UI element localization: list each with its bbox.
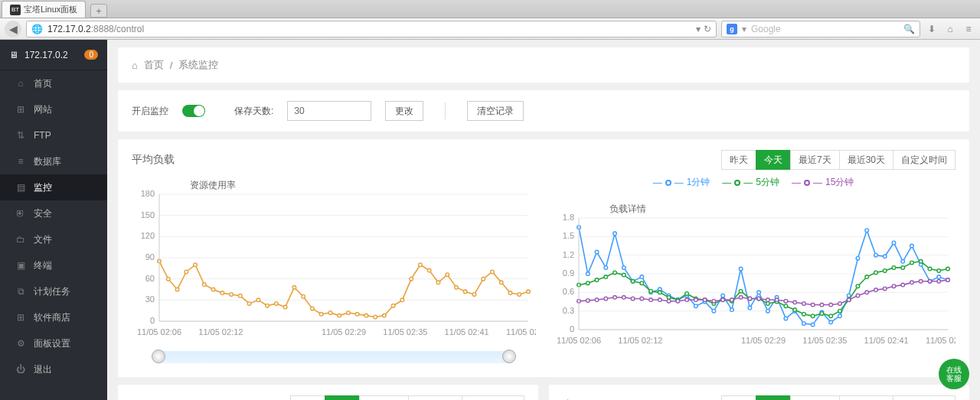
breadcrumb-current: 系统监控 xyxy=(178,58,218,72)
breadcrumb-home[interactable]: 首页 xyxy=(144,58,164,72)
svg-point-104 xyxy=(739,267,743,271)
sidebar-item-label: 数据库 xyxy=(34,155,61,168)
svg-point-27 xyxy=(211,288,215,291)
sidebar-item-安全[interactable]: ⛨安全 xyxy=(0,200,107,226)
sidebar-item-退出[interactable]: ⏻退出 xyxy=(0,356,107,382)
clear-records-button[interactable]: 清空记录 xyxy=(467,101,524,121)
svg-point-38 xyxy=(311,307,315,311)
svg-point-53 xyxy=(446,273,449,277)
svg-point-49 xyxy=(410,277,413,281)
svg-point-183 xyxy=(694,298,698,302)
change-button[interactable]: 更改 xyxy=(385,101,423,121)
svg-point-60 xyxy=(508,291,512,295)
range-btn-最近7天[interactable]: 最近7天 xyxy=(790,395,840,400)
new-tab-button[interactable]: ＋ xyxy=(90,4,107,18)
timeline-slider[interactable] xyxy=(153,351,514,363)
svg-point-90 xyxy=(613,232,617,236)
range-btn-自定义时间[interactable]: 自定义时间 xyxy=(462,395,524,400)
svg-point-203 xyxy=(874,288,878,292)
sidebar-item-icon: ⊞ xyxy=(15,104,26,115)
time-range-selector: 昨天今天最近7天最近30天自定义时间 xyxy=(291,395,524,400)
range-btn-最近30天[interactable]: 最近30天 xyxy=(408,395,462,400)
range-btn-最近7天[interactable]: 最近7天 xyxy=(790,150,840,170)
sidebar-item-label: 文件 xyxy=(34,233,52,246)
back-button[interactable]: ◀ xyxy=(5,21,21,37)
svg-point-180 xyxy=(667,299,671,303)
sidebar-item-面板设置[interactable]: ⚙面板设置 xyxy=(0,330,107,356)
breadcrumb: ⌂ 首页 / 系统监控 xyxy=(118,47,969,83)
sidebar-item-label: FTP xyxy=(34,130,51,141)
svg-point-208 xyxy=(919,279,923,283)
range-btn-最近30天[interactable]: 最近30天 xyxy=(839,395,893,400)
sidebar-item-FTP[interactable]: ⇅FTP xyxy=(0,122,107,148)
svg-point-34 xyxy=(275,302,279,306)
svg-text:60: 60 xyxy=(145,274,155,283)
svg-text:11/05 02:35: 11/05 02:35 xyxy=(802,336,847,345)
range-btn-今天[interactable]: 今天 xyxy=(325,395,360,400)
time-range-selector: 昨天今天最近7天最近30天自定义时间 xyxy=(722,150,956,170)
reload-icon[interactable]: ↻ xyxy=(704,24,711,34)
menu-icon[interactable]: ≡ xyxy=(962,24,975,34)
svg-point-88 xyxy=(595,250,599,254)
svg-text:150: 150 xyxy=(141,210,155,220)
svg-text:11/05 02:29: 11/05 02:29 xyxy=(322,327,366,337)
range-btn-最近30天[interactable]: 最近30天 xyxy=(839,150,893,170)
browser-search-input[interactable]: g ▾ Google 🔍 xyxy=(721,21,920,37)
retain-days-input[interactable] xyxy=(287,101,371,121)
range-btn-昨天[interactable]: 昨天 xyxy=(721,395,756,400)
svg-text:11/05 02:06: 11/05 02:06 xyxy=(557,336,601,345)
slider-handle-right[interactable] xyxy=(502,350,516,363)
google-icon: g xyxy=(727,24,737,34)
svg-point-41 xyxy=(338,314,341,317)
legend-item-5分钟[interactable]: —— 5分钟 xyxy=(722,176,779,189)
browser-toolbar-buttons: ⬇ ⌂ ≡ xyxy=(925,24,975,34)
svg-point-207 xyxy=(910,281,914,285)
sidebar-item-软件商店[interactable]: ⊞软件商店 xyxy=(0,304,107,330)
sidebar: 🖥 172.17.0.2 0 ⌂首页⊞网站⇅FTP≡数据库▤监控⛨安全🗀文件▣终… xyxy=(0,40,107,400)
svg-point-102 xyxy=(721,294,725,298)
range-btn-今天[interactable]: 今天 xyxy=(756,150,791,170)
sidebar-item-计划任务[interactable]: ⧉计划任务 xyxy=(0,278,107,304)
sidebar-item-网站[interactable]: ⊞网站 xyxy=(0,96,107,122)
support-fab[interactable]: 在线 客服 xyxy=(939,359,969,389)
url-input[interactable]: 🌐 172.17.0.2:8888/control ▾ ↻ xyxy=(26,21,717,37)
svg-point-186 xyxy=(721,298,725,302)
sidebar-host[interactable]: 🖥 172.17.0.2 0 xyxy=(0,40,107,70)
svg-text:1.2: 1.2 xyxy=(563,250,574,259)
slider-handle-left[interactable] xyxy=(152,350,165,363)
range-btn-今天[interactable]: 今天 xyxy=(756,395,791,400)
svg-point-195 xyxy=(802,302,806,306)
sidebar-item-文件[interactable]: 🗀文件 xyxy=(0,226,107,252)
mem-section: 内存 昨天今天最近7天最近30天自定义时间 xyxy=(549,385,969,400)
notification-badge[interactable]: 0 xyxy=(84,50,98,60)
dropdown-icon[interactable]: ▾ xyxy=(696,24,701,34)
sidebar-item-icon: 🗀 xyxy=(15,234,26,245)
svg-point-175 xyxy=(622,296,626,300)
svg-point-196 xyxy=(811,303,815,307)
svg-text:负载详情: 负载详情 xyxy=(609,203,646,214)
sidebar-item-icon: ▤ xyxy=(15,182,26,193)
home-icon[interactable]: ⌂ xyxy=(943,24,957,34)
range-btn-最近7天[interactable]: 最近7天 xyxy=(359,395,409,400)
svg-point-87 xyxy=(586,272,590,276)
svg-point-43 xyxy=(355,312,359,316)
svg-text:资源使用率: 资源使用率 xyxy=(190,180,236,190)
sidebar-item-终端[interactable]: ▣终端 xyxy=(0,252,107,278)
range-btn-昨天[interactable]: 昨天 xyxy=(290,395,325,400)
chevron-down-icon: ▾ xyxy=(742,24,746,34)
range-btn-自定义时间[interactable]: 自定义时间 xyxy=(893,150,956,170)
sidebar-item-首页[interactable]: ⌂首页 xyxy=(0,70,107,96)
legend-item-1分钟[interactable]: —— 1分钟 xyxy=(653,176,710,189)
sidebar-item-监控[interactable]: ▤监控 xyxy=(0,174,107,200)
range-btn-昨天[interactable]: 昨天 xyxy=(721,150,756,170)
enable-monitor-toggle[interactable] xyxy=(182,105,205,117)
svg-text:11/05 02:41: 11/05 02:41 xyxy=(864,336,909,345)
sidebar-item-数据库[interactable]: ≡数据库 xyxy=(0,148,107,174)
browser-tab-active[interactable]: BT 宝塔Linux面板 xyxy=(2,1,86,18)
svg-point-174 xyxy=(613,296,617,300)
sidebar-item-icon: ⊞ xyxy=(15,312,26,323)
download-icon[interactable]: ⬇ xyxy=(925,24,939,34)
legend-item-15分钟[interactable]: —— 15分钟 xyxy=(792,176,854,189)
svg-point-149 xyxy=(766,302,770,306)
range-btn-自定义时间[interactable]: 自定义时间 xyxy=(893,395,956,400)
